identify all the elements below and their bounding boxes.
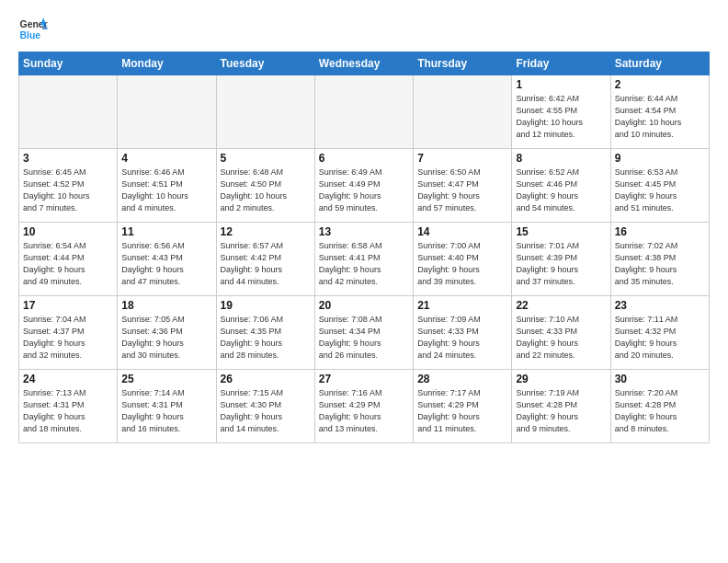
calendar-cell: 11Sunrise: 6:56 AM Sunset: 4:43 PM Dayli… xyxy=(118,223,216,296)
day-info: Sunrise: 6:46 AM Sunset: 4:51 PM Dayligh… xyxy=(121,167,211,214)
calendar-cell: 19Sunrise: 7:06 AM Sunset: 4:35 PM Dayli… xyxy=(216,296,314,370)
day-info: Sunrise: 6:54 AM Sunset: 4:44 PM Dayligh… xyxy=(23,240,113,288)
calendar-week-row: 1Sunrise: 6:42 AM Sunset: 4:55 PM Daylig… xyxy=(19,75,710,149)
day-info: Sunrise: 6:48 AM Sunset: 4:50 PM Dayligh… xyxy=(221,167,311,214)
day-info: Sunrise: 6:45 AM Sunset: 4:52 PM Dayligh… xyxy=(23,167,113,214)
day-number: 27 xyxy=(319,373,409,385)
calendar-cell: 26Sunrise: 7:15 AM Sunset: 4:30 PM Dayli… xyxy=(216,370,314,443)
calendar-cell: 8Sunrise: 6:52 AM Sunset: 4:46 PM Daylig… xyxy=(512,149,610,223)
day-number: 16 xyxy=(615,225,705,238)
calendar-cell: 22Sunrise: 7:10 AM Sunset: 4:33 PM Dayli… xyxy=(512,296,610,370)
day-info: Sunrise: 7:04 AM Sunset: 4:37 PM Dayligh… xyxy=(23,314,113,362)
day-info: Sunrise: 7:17 AM Sunset: 4:29 PM Dayligh… xyxy=(417,387,507,435)
calendar-cell: 2Sunrise: 6:44 AM Sunset: 4:54 PM Daylig… xyxy=(610,75,709,149)
calendar-cell xyxy=(314,75,413,149)
day-number: 25 xyxy=(121,373,211,385)
day-number: 7 xyxy=(417,152,507,165)
day-number: 15 xyxy=(516,225,606,238)
calendar-cell xyxy=(216,75,314,149)
day-info: Sunrise: 7:08 AM Sunset: 4:34 PM Dayligh… xyxy=(319,314,409,362)
day-info: Sunrise: 6:52 AM Sunset: 4:46 PM Dayligh… xyxy=(516,167,606,214)
calendar-cell: 12Sunrise: 6:57 AM Sunset: 4:42 PM Dayli… xyxy=(216,223,314,296)
day-number: 8 xyxy=(516,152,606,165)
day-info: Sunrise: 7:09 AM Sunset: 4:33 PM Dayligh… xyxy=(417,314,507,362)
calendar-cell: 24Sunrise: 7:13 AM Sunset: 4:31 PM Dayli… xyxy=(19,370,118,443)
calendar-cell xyxy=(414,75,512,149)
calendar-cell: 20Sunrise: 7:08 AM Sunset: 4:34 PM Dayli… xyxy=(314,296,413,370)
calendar-cell: 4Sunrise: 6:46 AM Sunset: 4:51 PM Daylig… xyxy=(118,149,216,223)
day-number: 20 xyxy=(319,299,409,312)
calendar-week-row: 24Sunrise: 7:13 AM Sunset: 4:31 PM Dayli… xyxy=(19,370,710,443)
day-info: Sunrise: 6:50 AM Sunset: 4:47 PM Dayligh… xyxy=(417,167,507,214)
day-info: Sunrise: 6:53 AM Sunset: 4:45 PM Dayligh… xyxy=(615,167,705,214)
day-number: 26 xyxy=(221,373,311,385)
day-number: 18 xyxy=(121,299,211,312)
day-number: 29 xyxy=(516,373,606,385)
calendar-cell: 7Sunrise: 6:50 AM Sunset: 4:47 PM Daylig… xyxy=(414,149,512,223)
calendar-cell: 9Sunrise: 6:53 AM Sunset: 4:45 PM Daylig… xyxy=(610,149,709,223)
day-info: Sunrise: 6:49 AM Sunset: 4:49 PM Dayligh… xyxy=(319,167,409,214)
day-number: 5 xyxy=(221,152,311,165)
day-info: Sunrise: 6:58 AM Sunset: 4:41 PM Dayligh… xyxy=(319,240,409,288)
calendar-cell: 5Sunrise: 6:48 AM Sunset: 4:50 PM Daylig… xyxy=(216,149,314,223)
calendar-cell: 21Sunrise: 7:09 AM Sunset: 4:33 PM Dayli… xyxy=(414,296,512,370)
logo-icon: General Blue xyxy=(18,15,48,44)
day-info: Sunrise: 7:19 AM Sunset: 4:28 PM Dayligh… xyxy=(516,387,606,435)
day-number: 13 xyxy=(319,225,409,238)
day-number: 3 xyxy=(23,152,113,165)
day-info: Sunrise: 6:56 AM Sunset: 4:43 PM Dayligh… xyxy=(121,240,211,288)
calendar-cell: 10Sunrise: 6:54 AM Sunset: 4:44 PM Dayli… xyxy=(19,223,118,296)
calendar-cell xyxy=(118,75,216,149)
header: General Blue xyxy=(18,15,710,44)
calendar-cell: 16Sunrise: 7:02 AM Sunset: 4:38 PM Dayli… xyxy=(610,223,709,296)
calendar-day-header: Saturday xyxy=(610,52,709,75)
page: General Blue SundayMondayTuesdayWednesda… xyxy=(0,0,728,458)
day-number: 11 xyxy=(121,225,211,238)
calendar-day-header: Wednesday xyxy=(314,52,413,75)
day-number: 24 xyxy=(23,373,113,385)
calendar-cell: 1Sunrise: 6:42 AM Sunset: 4:55 PM Daylig… xyxy=(512,75,610,149)
day-number: 9 xyxy=(615,152,705,165)
calendar-cell: 23Sunrise: 7:11 AM Sunset: 4:32 PM Dayli… xyxy=(610,296,709,370)
day-info: Sunrise: 7:06 AM Sunset: 4:35 PM Dayligh… xyxy=(221,314,311,362)
day-number: 23 xyxy=(615,299,705,312)
day-number: 6 xyxy=(319,152,409,165)
day-number: 1 xyxy=(516,78,606,91)
calendar-header-row: SundayMondayTuesdayWednesdayThursdayFrid… xyxy=(19,52,710,75)
day-number: 14 xyxy=(417,225,507,238)
calendar-cell: 30Sunrise: 7:20 AM Sunset: 4:28 PM Dayli… xyxy=(610,370,709,443)
day-info: Sunrise: 7:11 AM Sunset: 4:32 PM Dayligh… xyxy=(615,314,705,362)
calendar-cell: 13Sunrise: 6:58 AM Sunset: 4:41 PM Dayli… xyxy=(314,223,413,296)
calendar-day-header: Friday xyxy=(512,52,610,75)
calendar-cell: 6Sunrise: 6:49 AM Sunset: 4:49 PM Daylig… xyxy=(314,149,413,223)
day-number: 22 xyxy=(516,299,606,312)
calendar-cell: 3Sunrise: 6:45 AM Sunset: 4:52 PM Daylig… xyxy=(19,149,118,223)
day-number: 4 xyxy=(121,152,211,165)
day-info: Sunrise: 7:20 AM Sunset: 4:28 PM Dayligh… xyxy=(615,387,705,435)
day-info: Sunrise: 7:13 AM Sunset: 4:31 PM Dayligh… xyxy=(23,387,113,435)
day-number: 12 xyxy=(221,225,311,238)
logo: General Blue xyxy=(18,15,48,44)
day-number: 30 xyxy=(615,373,705,385)
calendar-cell xyxy=(19,75,118,149)
calendar-week-row: 3Sunrise: 6:45 AM Sunset: 4:52 PM Daylig… xyxy=(19,149,710,223)
day-info: Sunrise: 6:42 AM Sunset: 4:55 PM Dayligh… xyxy=(516,93,606,141)
day-number: 28 xyxy=(417,373,507,385)
day-info: Sunrise: 7:15 AM Sunset: 4:30 PM Dayligh… xyxy=(221,387,311,435)
calendar-day-header: Monday xyxy=(118,52,216,75)
calendar-week-row: 10Sunrise: 6:54 AM Sunset: 4:44 PM Dayli… xyxy=(19,223,710,296)
calendar-cell: 14Sunrise: 7:00 AM Sunset: 4:40 PM Dayli… xyxy=(414,223,512,296)
day-info: Sunrise: 7:00 AM Sunset: 4:40 PM Dayligh… xyxy=(417,240,507,288)
calendar-table: SundayMondayTuesdayWednesdayThursdayFrid… xyxy=(18,52,710,443)
calendar-cell: 29Sunrise: 7:19 AM Sunset: 4:28 PM Dayli… xyxy=(512,370,610,443)
calendar-cell: 27Sunrise: 7:16 AM Sunset: 4:29 PM Dayli… xyxy=(314,370,413,443)
calendar-day-header: Tuesday xyxy=(216,52,314,75)
calendar-cell: 15Sunrise: 7:01 AM Sunset: 4:39 PM Dayli… xyxy=(512,223,610,296)
day-info: Sunrise: 7:14 AM Sunset: 4:31 PM Dayligh… xyxy=(121,387,211,435)
calendar-cell: 17Sunrise: 7:04 AM Sunset: 4:37 PM Dayli… xyxy=(19,296,118,370)
day-number: 21 xyxy=(417,299,507,312)
calendar-day-header: Sunday xyxy=(19,52,118,75)
day-number: 19 xyxy=(221,299,311,312)
calendar-cell: 18Sunrise: 7:05 AM Sunset: 4:36 PM Dayli… xyxy=(118,296,216,370)
day-info: Sunrise: 7:10 AM Sunset: 4:33 PM Dayligh… xyxy=(516,314,606,362)
